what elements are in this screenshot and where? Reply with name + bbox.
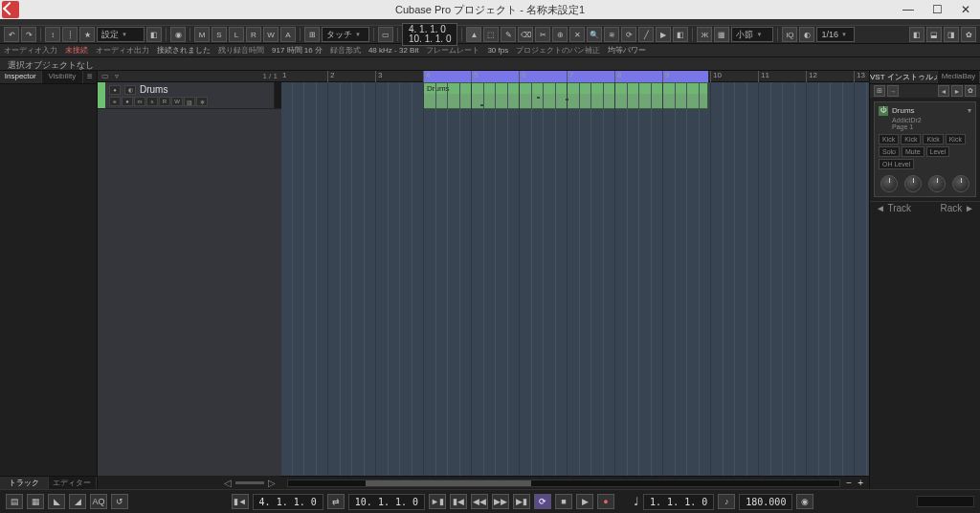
tp-signature[interactable]: 1. 1. 1. 0: [643, 494, 714, 510]
event-area[interactable]: Drums: [281, 82, 869, 476]
write-button[interactable]: W: [263, 27, 278, 42]
arrange-view[interactable]: 12345678910111213 Drums − +: [281, 71, 869, 489]
automation-mode-dropdown[interactable]: タッチ: [322, 27, 369, 42]
color-tool-button[interactable]: ◧: [673, 27, 688, 42]
undo-button[interactable]: ↶: [4, 27, 19, 42]
tp-primary-time[interactable]: 4. 1. 1. 0: [253, 494, 323, 510]
instrument-slot[interactable]: ⏻ Drums AddictDr2 Page 1 ▾ Kick Kick Kic…: [874, 101, 976, 197]
maximize-button[interactable]: ☐: [923, 0, 951, 19]
h-scrollbar[interactable]: [287, 480, 840, 487]
tab-inspector[interactable]: Inspector: [0, 71, 42, 83]
layout-bottom-button[interactable]: ⬓: [926, 27, 942, 42]
rack-track-toggle[interactable]: ◄ Track: [876, 203, 911, 213]
hzoom-out-button[interactable]: −: [846, 478, 852, 488]
track-zoom-in-button[interactable]: ▷: [268, 478, 276, 488]
tp-tempo-track-icon[interactable]: ♪: [718, 494, 735, 509]
param-label[interactable]: Kick: [879, 134, 899, 145]
param-label[interactable]: Mute: [902, 146, 924, 157]
tp-secondary-time[interactable]: 10. 1. 1. 0: [348, 494, 425, 510]
tab-track[interactable]: トラック: [0, 477, 49, 489]
draw-tool-button[interactable]: ✎: [501, 27, 516, 42]
hzoom-in-button[interactable]: +: [858, 478, 863, 488]
close-button[interactable]: ✕: [951, 0, 980, 19]
rack-find-icon[interactable]: →: [887, 85, 899, 97]
timeline-ruler[interactable]: 12345678910111213: [281, 71, 869, 82]
layout-right-button[interactable]: ◨: [944, 27, 959, 42]
home-icon[interactable]: ◉: [170, 27, 186, 42]
suspend-button[interactable]: A: [280, 27, 296, 42]
layout-left-button[interactable]: ◧: [909, 27, 924, 42]
arrow-tool-button[interactable]: ▲: [466, 27, 481, 42]
line-tool-button[interactable]: ╱: [638, 27, 654, 42]
tp-cycle-button[interactable]: ⟳: [534, 494, 551, 509]
tp-next-marker-button[interactable]: ▶▮: [513, 494, 530, 509]
listen-button[interactable]: L: [229, 27, 244, 42]
autoscroll-icon[interactable]: ▭: [378, 27, 393, 42]
track-mon-button[interactable]: ◐: [124, 85, 136, 95]
settings-gear-icon[interactable]: ✿: [961, 27, 976, 42]
glue-tool-button[interactable]: ⊕: [552, 27, 568, 42]
solo-all-button[interactable]: S: [212, 27, 227, 42]
redo-button[interactable]: ↷: [21, 27, 36, 42]
track-zoom-out-button[interactable]: ◁: [224, 478, 232, 488]
tp-retro-icon[interactable]: ↺: [111, 494, 128, 509]
grid-type-dropdown[interactable]: 小節: [731, 27, 773, 42]
track-freeze-button[interactable]: ❄: [196, 97, 208, 106]
tab-menu-icon[interactable]: ≡: [83, 71, 97, 83]
constrain-icon[interactable]: ↕: [45, 27, 60, 42]
expand-all-icon[interactable]: ▭: [101, 72, 111, 81]
snap-toggle-button[interactable]: Ж: [697, 27, 712, 42]
track-height-slider[interactable]: [235, 481, 264, 484]
param-label[interactable]: Level: [926, 146, 950, 157]
tp-tempo[interactable]: 180.000: [739, 494, 792, 510]
param-label[interactable]: Kick: [946, 134, 966, 145]
tp-locator-right-button[interactable]: ►▮: [429, 494, 446, 509]
mute-tool-button[interactable]: ✕: [569, 27, 585, 42]
qc-knob[interactable]: [952, 175, 969, 192]
filter-icon[interactable]: ▿: [115, 72, 124, 81]
qc-knob[interactable]: [928, 175, 946, 192]
mute-all-button[interactable]: M: [194, 27, 210, 42]
rack-next-icon[interactable]: ►: [951, 85, 963, 97]
color-icon[interactable]: ◧: [146, 27, 162, 42]
split-tool-button[interactable]: ✂: [535, 27, 550, 42]
tp-forward-button[interactable]: ▶▶: [492, 494, 509, 509]
track-read-button[interactable]: R: [159, 97, 170, 106]
tp-aq-button[interactable]: AQ: [90, 494, 107, 509]
tp-locator-left-button[interactable]: ▮◄: [232, 494, 249, 509]
zoom-tool-button[interactable]: 🔍: [587, 27, 602, 42]
star-icon[interactable]: ★: [79, 27, 95, 42]
tp-click-button[interactable]: ◉: [796, 494, 813, 509]
config-dropdown[interactable]: 設定: [97, 27, 145, 42]
tp-prev-marker-button[interactable]: ▮◀: [450, 494, 467, 509]
rack-rack-toggle[interactable]: Rack ►: [941, 203, 974, 213]
minimize-button[interactable]: —: [894, 0, 923, 19]
track-insert-button[interactable]: ●: [122, 97, 133, 106]
quantize-apply-button[interactable]: iQ: [782, 27, 797, 42]
snap-icon[interactable]: ┊: [62, 27, 78, 42]
track-lane-button[interactable]: ▥: [184, 97, 195, 106]
tab-vsti[interactable]: VST インストゥルメント: [870, 71, 938, 83]
rack-add-icon[interactable]: ⊞: [874, 85, 885, 97]
track-solo-button[interactable]: s: [146, 97, 158, 106]
tp-rewind-button[interactable]: ◀◀: [471, 494, 488, 509]
tab-visibility[interactable]: Visibility: [42, 71, 84, 83]
quantize-value-dropdown[interactable]: 1/16: [816, 27, 855, 42]
param-label[interactable]: Kick: [923, 134, 943, 145]
range-tool-button[interactable]: ⬚: [483, 27, 499, 42]
comp-tool-button[interactable]: ≋: [604, 27, 619, 42]
tp-punch-out-button[interactable]: ◢: [69, 494, 86, 509]
rack-prev-icon[interactable]: ◄: [938, 85, 949, 97]
tab-mediabay[interactable]: MediaBay: [938, 71, 980, 83]
automation-panel-icon[interactable]: ⊞: [304, 27, 320, 42]
track-edit-button[interactable]: e: [109, 97, 121, 106]
play-tool-button[interactable]: ▶: [656, 27, 671, 42]
qc-knob[interactable]: [904, 175, 922, 192]
tab-editor[interactable]: エディター: [49, 477, 98, 489]
tp-record-button[interactable]: ●: [597, 494, 614, 509]
tp-virgin-icon[interactable]: ▦: [27, 494, 44, 509]
track-mute-button[interactable]: m: [134, 97, 145, 106]
track-row[interactable]: ● ◐ Drums e ● m s R W ▥ ❄: [98, 82, 281, 109]
track-write-button[interactable]: W: [171, 97, 183, 106]
qc-knob[interactable]: [880, 175, 898, 192]
